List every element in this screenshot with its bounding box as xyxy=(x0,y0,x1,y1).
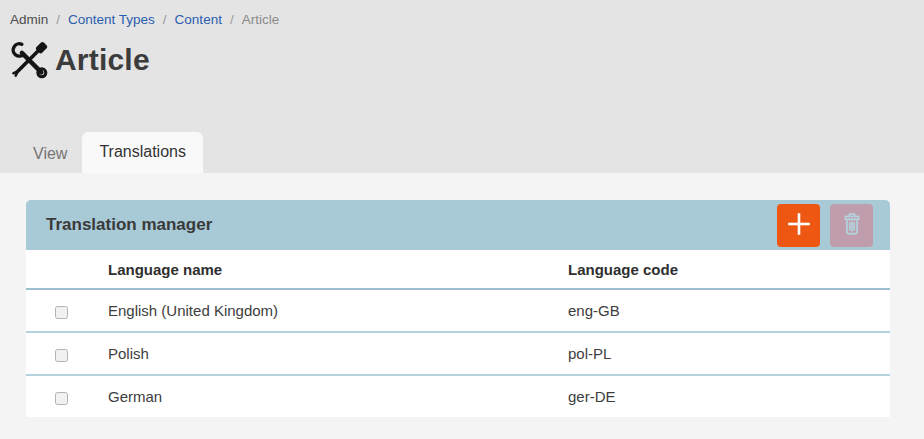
panel-header: Translation manager xyxy=(26,200,890,250)
language-code-cell: pol-PL xyxy=(556,332,890,375)
language-code-column-header: Language code xyxy=(556,250,890,289)
breadcrumb-item-article: Article xyxy=(242,12,280,27)
tab-view[interactable]: View xyxy=(18,135,82,173)
breadcrumb-item-content-types[interactable]: Content Types xyxy=(68,12,155,27)
page-header: Admin / Content Types / Content / Articl… xyxy=(0,0,924,173)
tab-bar: View Translations xyxy=(0,132,924,173)
delete-translation-button[interactable] xyxy=(830,204,873,247)
row-checkbox-ger-de[interactable] xyxy=(55,392,68,405)
row-checkbox-eng-gb[interactable] xyxy=(55,306,68,319)
table-row: German ger-DE xyxy=(26,375,890,417)
table-row: Polish pol-PL xyxy=(26,332,890,375)
breadcrumb-item-admin: Admin xyxy=(10,12,48,27)
table-header-row: Language name Language code xyxy=(26,250,890,289)
tools-icon xyxy=(10,40,48,80)
trash-icon xyxy=(839,211,865,240)
add-translation-button[interactable] xyxy=(777,204,820,247)
language-code-cell: ger-DE xyxy=(556,375,890,417)
row-checkbox-pol-pl[interactable] xyxy=(55,349,68,362)
translation-manager-panel: Translation manager xyxy=(26,200,890,417)
breadcrumb-separator: / xyxy=(56,12,60,27)
select-column-header xyxy=(26,250,96,289)
title-row: Article xyxy=(0,27,924,80)
breadcrumb-item-content[interactable]: Content xyxy=(175,12,222,27)
panel-title: Translation manager xyxy=(46,215,777,235)
breadcrumb: Admin / Content Types / Content / Articl… xyxy=(0,0,924,27)
breadcrumb-separator: / xyxy=(230,12,234,27)
breadcrumb-separator: / xyxy=(163,12,167,27)
plus-icon xyxy=(787,212,811,239)
table-row: English (United Kingdom) eng-GB xyxy=(26,289,890,332)
content-area: Translation manager xyxy=(0,173,924,439)
language-name-cell: English (United Kingdom) xyxy=(96,289,556,332)
language-name-cell: German xyxy=(96,375,556,417)
language-name-column-header: Language name xyxy=(96,250,556,289)
tab-translations[interactable]: Translations xyxy=(82,132,203,173)
language-name-cell: Polish xyxy=(96,332,556,375)
translations-table: Language name Language code English (Uni… xyxy=(26,250,890,417)
page-title: Article xyxy=(55,43,150,77)
language-code-cell: eng-GB xyxy=(556,289,890,332)
